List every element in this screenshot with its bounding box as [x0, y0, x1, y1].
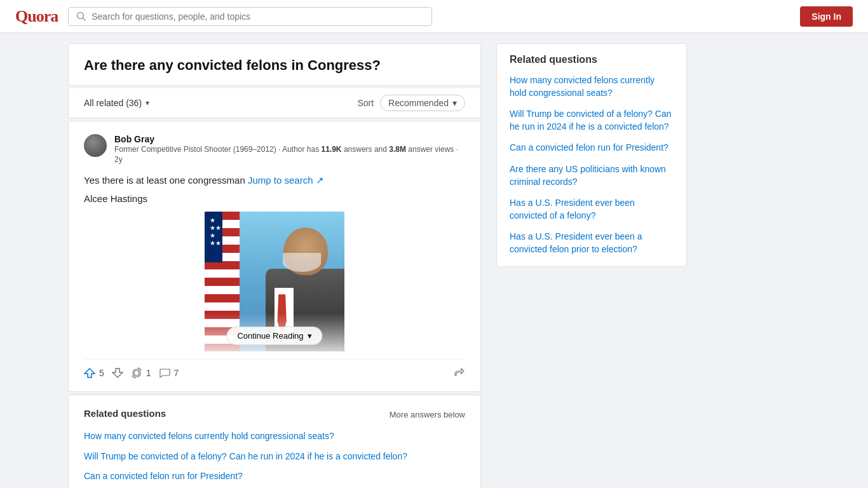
chevron-down-icon: ▾	[452, 98, 457, 108]
quora-logo[interactable]: Quora	[15, 7, 58, 26]
related-header-row: Related questions More answers below	[84, 408, 465, 421]
comment-group[interactable]: 7	[159, 367, 179, 379]
sort-label: Sort	[357, 98, 374, 108]
author-answers-count: 11.9K	[322, 145, 342, 154]
downvote-group[interactable]	[112, 367, 123, 379]
sign-in-button[interactable]: Sign In	[800, 6, 853, 27]
related-link-2[interactable]: Will Trump be convicted of a felony? Can…	[84, 451, 465, 463]
all-related-label: All related (36)	[84, 98, 142, 108]
author-views-label: answer views ·	[408, 145, 458, 154]
search-icon	[76, 11, 86, 22]
sidebar-link-3[interactable]: Can a convicted felon run for President?	[510, 142, 674, 154]
author-views-count: 3.8M	[389, 145, 406, 154]
sidebar-card: Related questions How many convicted fel…	[496, 43, 687, 267]
upvote-group[interactable]: 5	[84, 367, 104, 379]
right-sidebar: Related questions How many convicted fel…	[496, 43, 687, 488]
author-name[interactable]: Bob Gray	[114, 134, 465, 144]
comment-icon	[159, 367, 170, 379]
main-container: Are there any convicted felons in Congre…	[53, 0, 815, 488]
continue-reading-button[interactable]: Continue Reading ▾	[226, 327, 322, 345]
continue-reading-label: Continue Reading	[237, 331, 303, 341]
answer-card: Bob Gray Former Competitive Pistol Shoot…	[68, 121, 481, 393]
related-link-1[interactable]: How many convicted felons currently hold…	[84, 430, 465, 443]
comment-count: 7	[174, 368, 179, 378]
author-row: Bob Gray Former Competitive Pistol Shoot…	[84, 134, 465, 166]
upvote-count: 5	[99, 368, 104, 378]
sidebar-link-1[interactable]: How many convicted felons currently hold…	[510, 74, 674, 99]
person-name: Alcee Hastings	[84, 193, 465, 204]
sidebar-link-6[interactable]: Has a U.S. President ever been a convict…	[510, 231, 674, 255]
author-bio: Former Competitive Pistol Shooter (1969–…	[114, 144, 465, 166]
related-link-3[interactable]: Can a convicted felon run for President?	[84, 470, 465, 483]
vote-bar: 5 1	[84, 359, 465, 379]
answer-image: ★★★★★★ Continue Reading ▾	[205, 212, 344, 351]
answer-time-ago: 2y	[114, 155, 123, 164]
downvote-icon	[112, 367, 123, 379]
more-answers-label: More answers below	[390, 410, 465, 419]
sidebar-link-2[interactable]: Will Trump be convicted of a felony? Can…	[510, 108, 674, 133]
chevron-down-icon: ▾	[308, 331, 312, 341]
external-link-icon: ↗	[316, 175, 324, 186]
sort-dropdown[interactable]: Recommended ▾	[380, 95, 465, 111]
related-questions-title: Related questions	[84, 408, 166, 419]
sidebar-link-4[interactable]: Are there any US politicians with known …	[510, 163, 674, 188]
all-related-dropdown[interactable]: All related (36) ▾	[84, 98, 149, 108]
author-answers-label: answers and	[344, 145, 387, 154]
reshare-icon	[131, 367, 142, 379]
question-title: Are there any convicted felons in Congre…	[84, 57, 465, 75]
recommended-label: Recommended	[388, 98, 449, 108]
share-group[interactable]	[454, 367, 465, 379]
reshare-count: 1	[146, 368, 151, 378]
sort-bar: All related (36) ▾ Sort Recommended ▾	[68, 88, 481, 118]
related-questions-card: Related questions More answers below How…	[68, 395, 481, 488]
svg-line-1	[83, 18, 86, 20]
author-bio-text: Former Competitive Pistol Shooter (1969–…	[114, 145, 319, 154]
question-card: Are there any convicted felons in Congre…	[68, 43, 481, 86]
left-column: Are there any convicted felons in Congre…	[68, 43, 481, 488]
search-input[interactable]	[92, 11, 424, 22]
sidebar-title: Related questions	[510, 54, 674, 65]
header: Quora Sign In	[0, 0, 868, 33]
avatar	[84, 134, 107, 157]
reshare-group[interactable]: 1	[131, 367, 151, 379]
search-bar	[68, 7, 432, 26]
jump-to-search-link[interactable]: Jump to search ↗	[248, 175, 324, 186]
sort-group: Sort Recommended ▾	[357, 95, 465, 111]
answer-text: Yes there is at least one congressman Ju…	[84, 173, 465, 188]
author-info: Bob Gray Former Competitive Pistol Shoot…	[114, 134, 465, 166]
chevron-down-icon: ▾	[146, 98, 149, 107]
sidebar-link-5[interactable]: Has a U.S. President ever been convicted…	[510, 197, 674, 222]
share-icon	[454, 367, 465, 379]
upvote-icon	[84, 367, 95, 379]
